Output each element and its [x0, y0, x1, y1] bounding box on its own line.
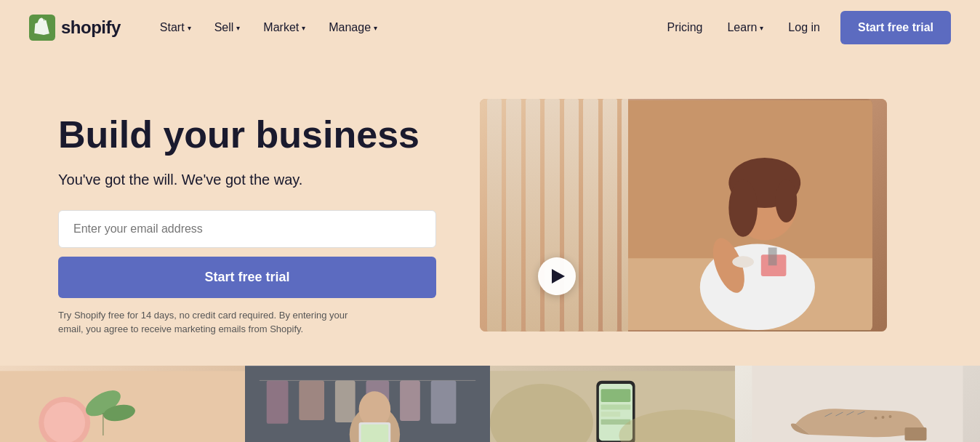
logo-text: shopify	[61, 17, 121, 38]
logo[interactable]: shopify	[29, 15, 121, 41]
nav-right: Pricing Learn ▾ Log in Start free trial	[656, 11, 951, 44]
svg-rect-41	[905, 427, 927, 441]
svg-point-10	[732, 256, 754, 268]
nav-market[interactable]: Market ▾	[253, 15, 316, 40]
chevron-down-icon: ▾	[374, 24, 377, 32]
hero-video[interactable]	[480, 99, 887, 332]
bottom-image-1	[0, 366, 245, 442]
svg-rect-22	[335, 380, 356, 422]
svg-rect-24	[400, 380, 420, 421]
svg-rect-25	[431, 380, 457, 423]
svg-rect-21	[299, 380, 324, 420]
svg-rect-36	[601, 411, 621, 417]
svg-rect-11	[768, 247, 777, 265]
video-background	[480, 99, 887, 332]
hero-title: Build your business	[58, 113, 436, 157]
bottom-image-3	[490, 366, 735, 442]
video-play-button[interactable]	[538, 257, 576, 295]
svg-point-48	[889, 415, 892, 418]
shopify-logo-icon	[29, 15, 55, 41]
bottom-image-strip	[0, 366, 980, 442]
nav-manage[interactable]: Manage ▾	[318, 15, 387, 40]
bottom-image-4	[735, 366, 980, 442]
svg-point-14	[44, 402, 85, 442]
header: shopify Start ▾ Sell ▾ Market ▾ Manage ▾…	[0, 0, 980, 55]
hero-subtitle: You've got the will. We've got the way.	[58, 172, 436, 188]
nav-learn[interactable]: Learn ▾	[717, 15, 774, 40]
chevron-down-icon: ▾	[302, 24, 305, 32]
svg-point-47	[882, 416, 885, 419]
play-icon	[552, 269, 565, 284]
person-svg	[628, 99, 872, 332]
main-nav: Start ▾ Sell ▾ Market ▾ Manage ▾	[150, 15, 387, 40]
bottom-image-2	[245, 366, 490, 442]
nav-login[interactable]: Log in	[776, 15, 832, 40]
bottom-img-1-svg	[0, 366, 245, 442]
svg-rect-34	[601, 389, 631, 402]
svg-rect-35	[601, 404, 631, 409]
bottom-img-3-svg	[490, 366, 735, 442]
nav-start[interactable]: Start ▾	[150, 15, 201, 40]
chevron-down-icon: ▾	[188, 24, 191, 32]
svg-point-7	[776, 180, 798, 222]
chevron-down-icon: ▾	[760, 24, 763, 32]
nav-pricing[interactable]: Pricing	[656, 15, 715, 40]
header-trial-button[interactable]: Start free trial	[840, 11, 951, 44]
hero-left: Build your business You've got the will.…	[58, 99, 436, 337]
svg-point-46	[875, 417, 877, 419]
svg-rect-29	[361, 425, 389, 442]
hero-right	[480, 99, 936, 332]
bottom-img-4-svg	[735, 366, 980, 442]
svg-point-6	[728, 180, 758, 237]
person-image	[628, 99, 872, 332]
chevron-down-icon: ▾	[236, 24, 240, 32]
disclaimer-text: Try Shopify free for 14 days, no credit …	[58, 308, 371, 337]
svg-point-27	[359, 391, 391, 427]
hero-section: Build your business You've got the will.…	[0, 55, 980, 366]
hero-trial-button[interactable]: Start free trial	[58, 257, 436, 298]
email-input[interactable]	[58, 210, 436, 248]
svg-rect-20	[267, 380, 289, 423]
nav-sell[interactable]: Sell ▾	[204, 15, 251, 40]
bottom-img-2-svg	[245, 366, 490, 442]
